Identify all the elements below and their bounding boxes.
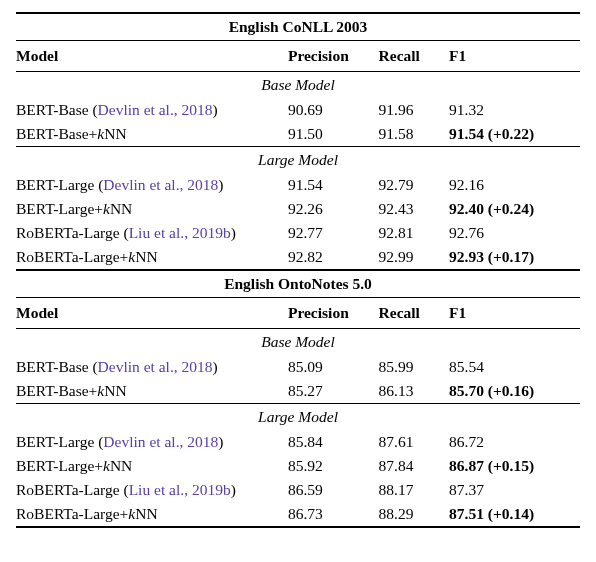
f1-value: 92.76 — [449, 221, 580, 245]
precision-value: 91.54 — [288, 173, 379, 197]
col-header-model: Model — [16, 298, 288, 329]
col-header-recall: Recall — [379, 41, 450, 72]
model-text: RoBERTa-Large ( — [16, 481, 129, 498]
precision-value: 92.77 — [288, 221, 379, 245]
f1-value: 92.93 (+0.17) — [449, 245, 580, 270]
recall-value: 88.17 — [379, 478, 450, 502]
section-label: Base Model — [16, 329, 580, 356]
citation-link[interactable]: Devlin et al., 2018 — [98, 101, 213, 118]
f1-value: 92.16 — [449, 173, 580, 197]
recall-value: 85.99 — [379, 355, 450, 379]
citation-link[interactable]: Devlin et al., 2018 — [103, 176, 218, 193]
f1-value: 91.54 (+0.22) — [449, 122, 580, 147]
col-header-precision: Precision — [288, 41, 379, 72]
dataset-title: English CoNLL 2003 — [16, 13, 580, 41]
model-text: BERT-Base+ — [16, 382, 97, 399]
citation-link[interactable]: Liu et al., 2019b — [129, 224, 231, 241]
recall-value: 91.58 — [379, 122, 450, 147]
f1-value: 85.54 — [449, 355, 580, 379]
f1-value: 87.37 — [449, 478, 580, 502]
recall-value: 87.61 — [379, 430, 450, 454]
precision-value: 86.73 — [288, 502, 379, 527]
col-header-precision: Precision — [288, 298, 379, 329]
precision-value: 85.27 — [288, 379, 379, 404]
model-name: BERT-Large+kNN — [16, 454, 288, 478]
precision-value: 90.69 — [288, 98, 379, 122]
citation-link[interactable]: Devlin et al., 2018 — [98, 358, 213, 375]
precision-value: 85.09 — [288, 355, 379, 379]
precision-value: 92.26 — [288, 197, 379, 221]
col-header-recall: Recall — [379, 298, 450, 329]
model-name: BERT-Base (Devlin et al., 2018) — [16, 98, 288, 122]
model-name: BERT-Large+kNN — [16, 197, 288, 221]
recall-value: 88.29 — [379, 502, 450, 527]
precision-value: 92.82 — [288, 245, 379, 270]
precision-value: 85.84 — [288, 430, 379, 454]
model-text: BERT-Base ( — [16, 358, 98, 375]
model-name: RoBERTa-Large+kNN — [16, 245, 288, 270]
model-text-after: NN — [104, 382, 126, 399]
model-text: RoBERTa-Large+ — [16, 505, 128, 522]
model-text: BERT-Base+ — [16, 125, 97, 142]
recall-value: 87.84 — [379, 454, 450, 478]
f1-value: 86.87 (+0.15) — [449, 454, 580, 478]
model-name: BERT-Base (Devlin et al., 2018) — [16, 355, 288, 379]
model-text-after: NN — [110, 457, 132, 474]
recall-value: 92.99 — [379, 245, 450, 270]
f1-value: 85.70 (+0.16) — [449, 379, 580, 404]
recall-value: 91.96 — [379, 98, 450, 122]
section-label: Large Model — [16, 147, 580, 174]
citation-link[interactable]: Liu et al., 2019b — [129, 481, 231, 498]
precision-value: 86.59 — [288, 478, 379, 502]
model-text-after: ) — [231, 481, 236, 498]
recall-value: 92.79 — [379, 173, 450, 197]
precision-value: 91.50 — [288, 122, 379, 147]
model-text: RoBERTa-Large ( — [16, 224, 129, 241]
f1-value: 92.40 (+0.24) — [449, 197, 580, 221]
citation-link[interactable]: Devlin et al., 2018 — [103, 433, 218, 450]
model-text-after: ) — [218, 433, 223, 450]
f1-value: 91.32 — [449, 98, 580, 122]
recall-value: 92.43 — [379, 197, 450, 221]
section-label: Large Model — [16, 404, 580, 431]
col-header-f1: F1 — [449, 298, 580, 329]
model-k-italic: k — [103, 200, 110, 217]
f1-value: 87.51 (+0.14) — [449, 502, 580, 527]
model-text-after: ) — [231, 224, 236, 241]
model-text-after: NN — [135, 248, 157, 265]
model-name: RoBERTa-Large+kNN — [16, 502, 288, 527]
model-name: RoBERTa-Large (Liu et al., 2019b) — [16, 221, 288, 245]
precision-value: 85.92 — [288, 454, 379, 478]
col-header-f1: F1 — [449, 41, 580, 72]
model-text: BERT-Large ( — [16, 433, 103, 450]
model-text: BERT-Large+ — [16, 457, 103, 474]
results-table: English CoNLL 2003ModelPrecisionRecallF1… — [16, 12, 580, 528]
model-text: BERT-Base ( — [16, 101, 98, 118]
model-text: RoBERTa-Large+ — [16, 248, 128, 265]
model-name: RoBERTa-Large (Liu et al., 2019b) — [16, 478, 288, 502]
model-name: BERT-Base+kNN — [16, 379, 288, 404]
model-text-after: ) — [213, 358, 218, 375]
model-name: BERT-Base+kNN — [16, 122, 288, 147]
f1-value: 86.72 — [449, 430, 580, 454]
recall-value: 92.81 — [379, 221, 450, 245]
col-header-model: Model — [16, 41, 288, 72]
model-name: BERT-Large (Devlin et al., 2018) — [16, 430, 288, 454]
recall-value: 86.13 — [379, 379, 450, 404]
model-text-after: ) — [213, 101, 218, 118]
model-k-italic: k — [103, 457, 110, 474]
model-text-after: NN — [135, 505, 157, 522]
model-text: BERT-Large ( — [16, 176, 103, 193]
model-text-after: NN — [110, 200, 132, 217]
model-text-after: ) — [218, 176, 223, 193]
model-name: BERT-Large (Devlin et al., 2018) — [16, 173, 288, 197]
dataset-title: English OntoNotes 5.0 — [16, 270, 580, 298]
model-text: BERT-Large+ — [16, 200, 103, 217]
model-text-after: NN — [104, 125, 126, 142]
section-label: Base Model — [16, 72, 580, 99]
